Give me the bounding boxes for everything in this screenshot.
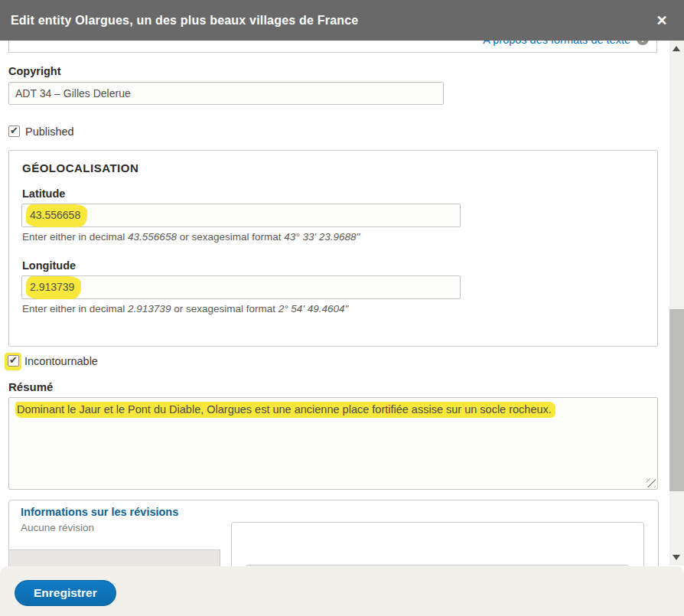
- longitude-input[interactable]: 2.913739: [21, 275, 461, 299]
- longitude-label: Longitude: [22, 259, 76, 272]
- copyright-input[interactable]: [8, 82, 444, 105]
- scrollbar-down-icon[interactable]: [673, 555, 680, 560]
- incontournable-label[interactable]: Incontournable: [24, 355, 98, 367]
- scrollbar-up-icon[interactable]: [673, 46, 680, 51]
- tab-revision-information[interactable]: Informations sur les révisions: [21, 506, 178, 518]
- latitude-help: Enter either in decimal 43.556658 or sex…: [22, 231, 360, 243]
- incontournable-checkbox[interactable]: [8, 355, 19, 367]
- latitude-input[interactable]: 43.556658: [21, 204, 461, 227]
- dialog-title: Edit entity Olargues, un des plus beaux …: [0, 14, 358, 28]
- edit-entity-dialog: A propos des formats de texte ? Edit ent…: [0, 0, 684, 616]
- close-icon[interactable]: ✕: [652, 11, 672, 31]
- resume-textarea[interactable]: Dominant le Jaur et le Pont du Diable, O…: [8, 397, 658, 490]
- dialog-header: Edit entity Olargues, un des plus beaux …: [0, 0, 684, 41]
- resume-label: Résumé: [8, 380, 53, 393]
- latitude-value: 43.556658: [26, 204, 87, 227]
- longitude-value: 2.913739: [26, 276, 81, 299]
- resize-handle-icon[interactable]: [647, 478, 656, 487]
- scrollbar-track[interactable]: [669, 41, 684, 565]
- longitude-help: Enter either in decimal 2.913739 or sexa…: [22, 303, 348, 315]
- resume-text: Dominant le Jaur et le Pont du Diable, O…: [15, 402, 555, 418]
- scrollbar-thumb[interactable]: [669, 309, 684, 491]
- copyright-label: Copyright: [8, 65, 60, 77]
- geolocation-fieldset: [8, 150, 658, 347]
- latitude-label: Latitude: [22, 187, 65, 200]
- published-checkbox[interactable]: [8, 125, 20, 137]
- dialog-button-pane: Enregistrer: [0, 566, 684, 616]
- save-button[interactable]: Enregistrer: [15, 580, 116, 606]
- geolocation-legend: GÉOLOCALISATION: [22, 161, 138, 174]
- revision-summary: Aucune révision: [21, 522, 94, 533]
- published-label[interactable]: Published: [25, 125, 74, 138]
